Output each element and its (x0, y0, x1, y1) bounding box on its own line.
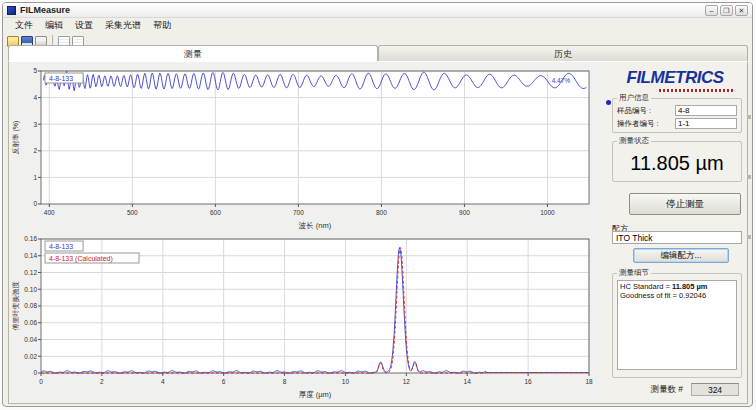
measurement-details-title: 测量细节 (617, 268, 651, 278)
results-panel: FILMETRICS 用户信息 样品编号 : 操作者编号 : 测量状态 11.8… (603, 62, 747, 403)
svg-text:0: 0 (33, 369, 37, 376)
svg-text:4.47%: 4.47% (552, 77, 571, 84)
sample-id-input[interactable] (675, 105, 737, 116)
sample-id-label: 样品编号 : (617, 106, 651, 116)
details-listbox[interactable]: HC Standard = 11.805 µm Goodness of fit … (617, 280, 737, 370)
svg-text:0.14: 0.14 (24, 252, 37, 259)
svg-text:0.16: 0.16 (24, 235, 37, 242)
svg-text:4-8-133: 4-8-133 (49, 75, 73, 82)
tab-strip: 测量 历史 (8, 45, 748, 62)
svg-text:反射率 (%): 反射率 (%) (12, 121, 20, 155)
svg-text:10: 10 (342, 378, 350, 385)
svg-text:0: 0 (39, 378, 43, 385)
svg-text:0.04: 0.04 (24, 336, 37, 343)
svg-text:12: 12 (403, 378, 411, 385)
svg-text:0: 0 (33, 200, 37, 207)
svg-text:0.08: 0.08 (24, 302, 37, 309)
filmetrics-logo: FILMETRICS (603, 68, 747, 88)
svg-text:800: 800 (376, 209, 387, 216)
svg-text:4-8-133 (Calculated): 4-8-133 (Calculated) (49, 255, 113, 263)
thickness-result: 11.805 µm (613, 152, 741, 175)
measure-tab-page: 4005006007008009001000012345波长 (nm)反射率 (… (8, 61, 748, 404)
logo-red-ticks (659, 89, 733, 92)
svg-text:8: 8 (283, 378, 287, 385)
measurement-status-group: 测量状态 11.805 µm (612, 136, 742, 182)
title-bar[interactable]: FILMeasure – ❐ ✕ (3, 3, 752, 18)
svg-text:2: 2 (100, 378, 104, 385)
tab-measure[interactable]: 测量 (8, 45, 378, 62)
svg-text:600: 600 (210, 209, 221, 216)
edit-recipe-button[interactable]: 编辑配方... (633, 248, 729, 263)
menu-item-0[interactable]: 文件 (9, 18, 39, 33)
svg-text:0.10: 0.10 (24, 286, 37, 293)
svg-text:3: 3 (33, 121, 37, 128)
svg-text:1: 1 (33, 174, 37, 181)
svg-text:1000: 1000 (540, 209, 555, 216)
resize-grip-marks[interactable] (747, 115, 751, 245)
svg-text:5: 5 (33, 67, 37, 74)
maximize-button[interactable]: ❐ (720, 5, 733, 16)
measurement-count-row: 测量数 # 324 (603, 383, 747, 396)
menu-item-2[interactable]: 设置 (69, 18, 99, 33)
svg-text:18: 18 (585, 378, 593, 385)
svg-text:0.02: 0.02 (24, 353, 37, 360)
svg-text:900: 900 (459, 209, 470, 216)
svg-text:16: 16 (524, 378, 532, 385)
charts-panel: 4005006007008009001000012345波长 (nm)反射率 (… (11, 63, 601, 402)
svg-text:14: 14 (464, 378, 472, 385)
svg-text:4: 4 (161, 378, 165, 385)
indicator-dot (606, 100, 611, 105)
user-info-group: 用户信息 样品编号 : 操作者编号 : (612, 93, 742, 133)
stop-measure-button[interactable]: 停止测量 (629, 193, 741, 215)
menu-item-1[interactable]: 编辑 (39, 18, 69, 33)
operator-id-input[interactable] (675, 118, 737, 129)
close-button[interactable]: ✕ (735, 5, 748, 16)
operator-id-label: 操作者编号 : (617, 119, 659, 129)
detail-line-gof: Goodness of fit = 0.92046 (620, 291, 734, 300)
svg-text:0.06: 0.06 (24, 319, 37, 326)
svg-text:6: 6 (222, 378, 226, 385)
svg-text:500: 500 (127, 209, 138, 216)
svg-text:厚度 (µm): 厚度 (µm) (299, 390, 332, 399)
svg-text:400: 400 (44, 209, 55, 216)
svg-text:700: 700 (293, 209, 304, 216)
recipe-input[interactable] (612, 231, 742, 244)
tab-history[interactable]: 历史 (378, 45, 748, 62)
measurement-status-title: 测量状态 (617, 136, 651, 146)
detail-line-thickness: HC Standard = 11.805 µm (620, 282, 734, 291)
svg-text:傅里叶变换强度: 傅里叶变换强度 (12, 282, 20, 331)
app-icon (7, 6, 16, 15)
menu-item-4[interactable]: 帮助 (147, 18, 177, 33)
thickness-chart: 02468101214161800.020.040.060.080.100.12… (11, 231, 599, 400)
measurement-details-group: 测量细节 HC Standard = 11.805 µm Goodness of… (612, 268, 742, 378)
app-window: FILMeasure – ❐ ✕ 文件编辑设置采集光谱帮助 测量 历史 4005… (2, 2, 753, 407)
measurement-count-value: 324 (691, 383, 739, 396)
user-info-title: 用户信息 (617, 93, 651, 103)
window-controls: – ❐ ✕ (705, 5, 748, 16)
svg-text:波长 (nm): 波长 (nm) (298, 221, 332, 230)
measurement-count-label: 测量数 # (650, 384, 683, 396)
menu-item-3[interactable]: 采集光谱 (99, 18, 147, 33)
svg-text:4: 4 (33, 94, 37, 101)
window-title: FILMeasure (20, 5, 70, 15)
reflectance-chart: 4005006007008009001000012345波长 (nm)反射率 (… (11, 63, 599, 231)
svg-text:4-8-133: 4-8-133 (49, 243, 73, 250)
menu-bar: 文件编辑设置采集光谱帮助 (3, 18, 752, 33)
svg-text:2: 2 (33, 147, 37, 154)
svg-text:0.12: 0.12 (24, 269, 37, 276)
minimize-button[interactable]: – (705, 5, 718, 16)
